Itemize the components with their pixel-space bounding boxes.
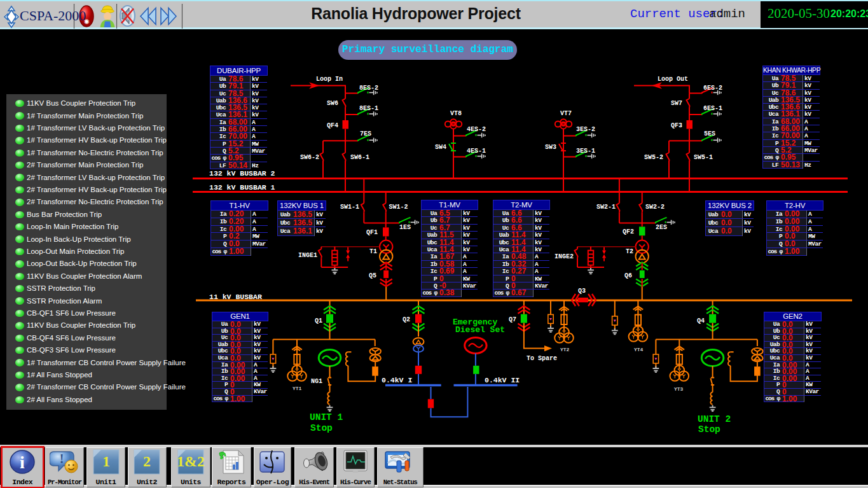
svg-text:SW2-2: SW2-2 xyxy=(645,204,665,211)
svg-text:Q5: Q5 xyxy=(369,272,376,279)
svg-text:QF1: QF1 xyxy=(366,229,378,236)
svg-text:YT1: YT1 xyxy=(293,386,302,391)
svg-text:To Spare: To Spare xyxy=(527,355,557,362)
svg-text:2ES: 2ES xyxy=(656,224,667,231)
svg-text:Diesel Set: Diesel Set xyxy=(455,325,505,335)
svg-text:UNIT 1: UNIT 1 xyxy=(310,412,343,422)
svg-text:SW6-1: SW6-1 xyxy=(350,154,369,161)
svg-text:7ES: 7ES xyxy=(360,130,371,137)
svg-text:0.4kV II: 0.4kV II xyxy=(485,376,520,384)
svg-text:4ES-1: 4ES-1 xyxy=(467,148,486,155)
svg-text:11 kV BUSBAR: 11 kV BUSBAR xyxy=(209,293,262,301)
svg-text:QF2: QF2 xyxy=(623,228,634,235)
svg-text:T1: T1 xyxy=(369,248,377,255)
svg-text:SW5-1: SW5-1 xyxy=(694,154,713,161)
svg-text:INGE2: INGE2 xyxy=(555,253,574,260)
svg-text:YT2: YT2 xyxy=(560,347,570,352)
svg-text:QF4: QF4 xyxy=(327,122,338,129)
svg-text:SW6-2: SW6-2 xyxy=(300,154,319,161)
svg-text:Stop: Stop xyxy=(698,424,720,435)
svg-text:4ES-2: 4ES-2 xyxy=(467,126,486,133)
svg-text:Q3: Q3 xyxy=(578,288,586,295)
svg-text:SW3: SW3 xyxy=(545,144,556,151)
svg-text:Q6: Q6 xyxy=(624,272,632,279)
svg-text:INGE1: INGE1 xyxy=(298,252,317,259)
svg-text:0.4kV I: 0.4kV I xyxy=(382,376,412,384)
svg-text:SW4: SW4 xyxy=(435,144,446,151)
svg-text:SW5-2: SW5-2 xyxy=(644,154,663,161)
svg-text:NG1: NG1 xyxy=(311,378,322,385)
svg-text:QF3: QF3 xyxy=(671,122,682,129)
svg-text:1ES: 1ES xyxy=(399,224,411,231)
svg-text:132 kV BUSBAR 1: 132 kV BUSBAR 1 xyxy=(209,183,275,192)
svg-text:YT3: YT3 xyxy=(674,386,684,392)
svg-text:6ES-2: 6ES-2 xyxy=(703,85,722,92)
svg-text:Q7: Q7 xyxy=(509,316,516,323)
svg-text:Q2: Q2 xyxy=(403,316,410,323)
svg-text:5ES: 5ES xyxy=(704,130,715,137)
svg-text:SW1-2: SW1-2 xyxy=(389,204,408,211)
svg-text:SW2-1: SW2-1 xyxy=(596,204,616,211)
svg-text:T2: T2 xyxy=(626,248,633,255)
svg-text:3ES-1: 3ES-1 xyxy=(576,148,595,155)
svg-text:Q4: Q4 xyxy=(697,317,705,324)
svg-text:SW1-1: SW1-1 xyxy=(340,204,359,211)
svg-text:Q1: Q1 xyxy=(315,317,322,324)
svg-text:YT4: YT4 xyxy=(634,347,644,352)
svg-text:8ES-2: 8ES-2 xyxy=(359,85,378,92)
svg-text:VT7: VT7 xyxy=(560,110,572,117)
svg-text:SW6: SW6 xyxy=(327,100,338,107)
svg-text:Stop: Stop xyxy=(310,423,333,433)
svg-text:8ES-1: 8ES-1 xyxy=(359,105,378,112)
svg-text:Loop In: Loop In xyxy=(316,76,343,83)
svg-text:6ES-1: 6ES-1 xyxy=(703,105,722,112)
svg-text:Loop Out: Loop Out xyxy=(658,76,688,83)
svg-text:VT8: VT8 xyxy=(450,110,462,117)
svg-text:UNIT 2: UNIT 2 xyxy=(698,414,731,424)
svg-text:SW7: SW7 xyxy=(671,100,682,107)
svg-text:3ES-2: 3ES-2 xyxy=(576,126,595,133)
svg-text:132 kV BUSBAR 2: 132 kV BUSBAR 2 xyxy=(209,169,275,178)
